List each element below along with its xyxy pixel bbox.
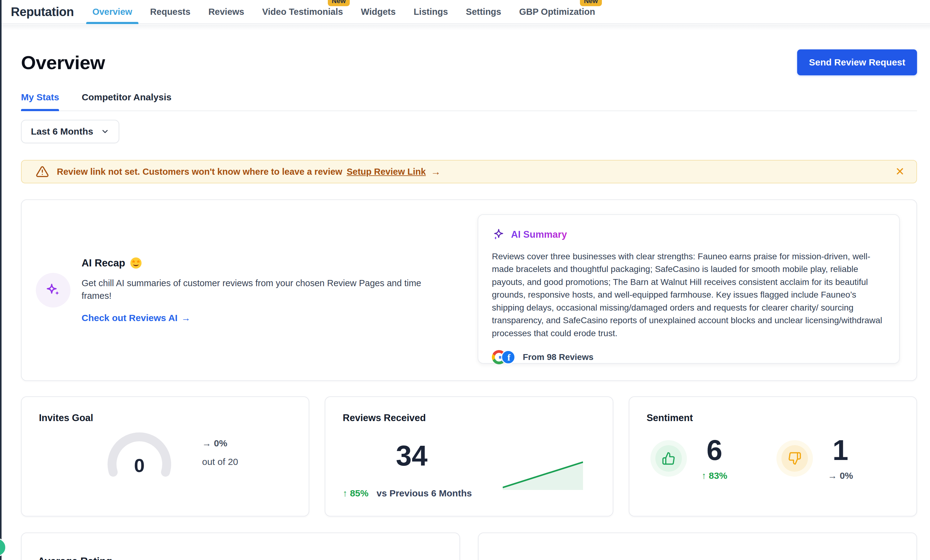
ai-recap-title: AI Recap [82,257,125,269]
date-range-value: Last 6 Months [31,126,93,137]
arrow-up-icon: ↑ [343,488,347,498]
invites-goal-value: 0 [134,454,145,476]
arrow-right-icon: → [182,313,191,323]
arrow-right-icon: → [202,438,211,448]
new-badge: New [328,0,350,6]
positive-count: 6 [707,436,722,464]
stats-tabs: My Stats Competitor Analysis [21,92,917,111]
left-edge-strip [0,0,2,560]
banner-close-icon[interactable]: ✕ [895,166,905,177]
overview-content: Overview Send Review Request My Stats Co… [0,49,930,560]
header-shadow [0,25,930,30]
reviews-trend-sparkline [503,459,583,491]
tab-competitor-analysis[interactable]: Competitor Analysis [82,92,171,110]
brand-logo: Reputation [11,5,74,19]
main-nav: Overview Requests Reviews Video Testimon… [92,0,595,23]
sentiment-card: Sentiment 6 ↑ 83% [629,396,917,517]
average-rating-title: Average Rating [38,555,443,560]
nav-item-video-testimonials[interactable]: Video Testimonials New [262,0,343,23]
average-rating-card: Average Rating [21,532,460,560]
ai-summary-card: AI Summary Reviews cover three businesse… [478,214,900,364]
send-review-request-button[interactable]: Send Review Request [797,49,917,75]
reviews-received-trend: 85% [350,488,369,498]
thumbs-down-icon [781,445,808,472]
negative-count: 1 [833,436,848,464]
positive-trend: 83% [709,471,727,481]
active-nav-underline [86,22,139,24]
review-count-label: From 98 Reviews [523,352,594,362]
nav-item-listings[interactable]: Listings [414,0,448,23]
warning-triangle-icon [36,165,49,178]
invites-goal-gauge: 0 [101,428,178,477]
reviews-received-comparison-label: vs Previous 6 Months [377,488,472,499]
svg-text:f: f [507,352,511,362]
setup-review-link[interactable]: Setup Review Link [346,167,426,177]
reviews-received-title: Reviews Received [343,413,595,423]
invites-goal-card: Invites Goal 0 → 0% out of 20 [21,396,309,517]
tab-my-stats[interactable]: My Stats [21,92,59,110]
star-struck-emoji-icon [130,257,142,269]
positive-sentiment: 6 ↑ 83% [647,436,773,481]
arrow-right-icon: → [828,471,837,481]
facebook-icon: f [501,350,515,364]
page-title: Overview [21,52,105,74]
nav-item-reviews[interactable]: Reviews [208,0,244,23]
active-tab-underline [21,109,59,111]
negative-trend: 0% [840,471,853,481]
nav-item-requests[interactable]: Requests [150,0,191,23]
sentiment-title: Sentiment [647,413,899,423]
invites-goal-trend: 0% [214,438,227,448]
ai-summary-title: AI Summary [511,229,567,240]
ai-sparkle-icon [492,228,505,241]
review-source-icons: f [492,350,516,364]
reviews-received-value: 34 [396,440,427,472]
arrow-right-icon: → [431,166,440,178]
thumbs-up-icon [655,445,682,472]
review-link-warning-banner: Review link not set. Customers won't kno… [21,160,917,183]
secondary-bottom-card [478,532,917,560]
ai-recap-description: Get chill AI summaries of customer revie… [82,277,437,302]
invites-goal-target-label: out of 20 [202,457,238,467]
ai-recap-card: AI Recap Get chill AI summaries of custo… [21,199,917,381]
invites-goal-title: Invites Goal [39,413,291,423]
banner-message: Review link not set. Customers won't kno… [57,167,342,177]
date-range-dropdown[interactable]: Last 6 Months [21,120,119,143]
chevron-down-icon [101,127,109,136]
nav-item-overview[interactable]: Overview [92,0,132,23]
top-nav-bar: Reputation Overview Requests Reviews Vid… [0,0,930,24]
reputation-dashboard: Reputation Overview Requests Reviews Vid… [0,0,930,560]
arrow-up-icon: ↑ [702,471,706,481]
reviews-received-card: Reviews Received 34 ↑ 85% vs Previous 6 … [325,396,613,517]
check-out-reviews-ai-link[interactable]: Check out Reviews AI → [82,313,191,323]
nav-item-settings[interactable]: Settings [466,0,501,23]
new-badge: New [580,0,602,6]
nav-item-widgets[interactable]: Widgets [361,0,396,23]
bottom-row: Average Rating [21,532,917,560]
nav-item-gbp-optimization[interactable]: GBP Optimization New [519,0,595,23]
sparkles-icon [36,273,71,307]
ai-summary-body: Reviews cover three businesses with clea… [492,250,885,339]
negative-sentiment: 1 → 0% [773,436,899,481]
stats-row: Invites Goal 0 → 0% out of 20 [21,396,917,517]
